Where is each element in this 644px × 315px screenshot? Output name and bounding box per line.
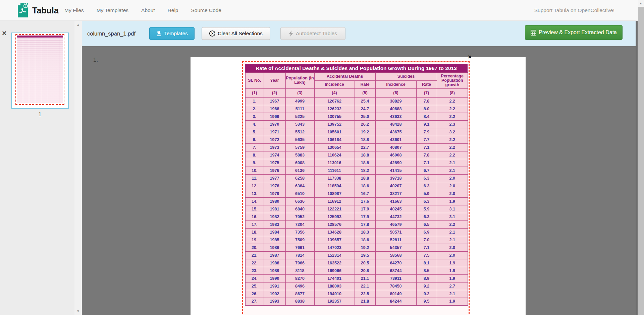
table-cell: 6.7: [416, 167, 437, 174]
templates-button[interactable]: Templates: [149, 27, 195, 40]
document-filename: column_span_1.pdf: [87, 21, 136, 46]
table-cell: 22.7: [355, 143, 375, 151]
table-cell: 1988: [264, 259, 285, 267]
table-cell: 25.0: [355, 113, 375, 120]
table-row: 20.1986766114702319.2543577.12.0: [245, 244, 468, 251]
remove-page-icon[interactable]: ×: [2, 29, 6, 37]
table-cell: 122221: [314, 205, 355, 213]
sidebar-thumbnails: ▲ ▼ × 1: [0, 21, 82, 315]
table-cell: 5635: [285, 136, 314, 143]
table-row: 8.1974588311062418.8460087.82.2: [245, 151, 468, 159]
scroll-up-icon[interactable]: ▲: [74, 23, 82, 26]
scrollbar-thumb[interactable]: [638, 7, 644, 315]
table-cell: 5343: [285, 120, 314, 128]
preview-export-button[interactable]: Preview & Export Extracted Data: [525, 25, 623, 40]
thumbnail-table-title-bar: [17, 36, 63, 38]
navbar: Tabula My Files My Templates About Help …: [0, 0, 644, 21]
page-scrollbar[interactable]: ▲: [638, 0, 644, 315]
table-cell: 19.2: [355, 128, 375, 136]
scroll-up-icon[interactable]: ▲: [638, 1, 644, 5]
nav-item-about[interactable]: About: [141, 7, 155, 13]
table-cell: 68744: [375, 267, 416, 274]
table-cell: 7.9: [416, 128, 437, 136]
support-link[interactable]: Support Tabula on OpenCollective!: [534, 0, 614, 21]
table-cell: 8.4: [416, 113, 437, 120]
table-cell: 7356: [285, 228, 314, 236]
brand[interactable]: Tabula: [15, 3, 59, 18]
table-cell: 118594: [314, 182, 355, 190]
table-cell: 8838: [285, 298, 314, 305]
pdf-page[interactable]: × Rate of Accidental Deaths & Suicides a…: [191, 57, 526, 315]
table-cell: 6.: [245, 136, 264, 143]
table-cell: 1976: [264, 167, 285, 174]
table-cell: 2.2: [437, 97, 468, 105]
table-row: 13.1979651010898716.7382175.92.0: [245, 190, 468, 197]
table-cell: 1981: [264, 205, 285, 213]
nav-links: My Files My Templates About Help Source …: [64, 0, 221, 21]
clear-all-selections-button[interactable]: × Clear All Selections: [202, 27, 270, 40]
table-cell: 188003: [314, 282, 355, 290]
table-cell: 7509: [285, 236, 314, 244]
table-cell: 6.3: [416, 197, 437, 205]
table-cell: 128576: [314, 220, 355, 228]
table-cell: 27.: [245, 298, 264, 305]
col-header-ad-incidence: Incidence: [314, 80, 355, 88]
table-cell: 169066: [314, 267, 355, 274]
table-cell: 1971: [264, 128, 285, 136]
table-cell: 18.6: [355, 182, 375, 190]
doc-table-body: 1.1967499912676225.4388297.82.22.1968511…: [245, 97, 468, 305]
table-cell: 1.9: [437, 298, 468, 305]
page-thumbnail[interactable]: [11, 33, 69, 109]
nav-item-source-code[interactable]: Source Code: [191, 7, 221, 13]
nav-item-my-templates[interactable]: My Templates: [97, 7, 128, 13]
table-row: 26.1992867719491022.5801499.22.1: [245, 290, 468, 298]
table-cell: 80149: [375, 290, 416, 298]
table-cell: 17.8: [355, 220, 375, 228]
table-cell: 19.5: [355, 251, 375, 259]
table-cell: 73911: [375, 274, 416, 282]
table-cell: 21.1: [355, 274, 375, 282]
table-cell: 5225: [285, 113, 314, 120]
nav-item-help[interactable]: Help: [168, 7, 178, 13]
col-header-su-incidence: Incidence: [375, 80, 416, 88]
table-cell: 2.2: [437, 220, 468, 228]
table-cell: 1978: [264, 182, 285, 190]
table-cell: 1983: [264, 220, 285, 228]
table-cell: 3.: [245, 113, 264, 120]
table-cell: 46008: [375, 151, 416, 159]
col-number: (1): [245, 88, 264, 97]
table-cell: 116912: [314, 197, 355, 205]
table-cell: 163522: [314, 259, 355, 267]
autodetect-tables-button[interactable]: Autodetect Tables: [280, 27, 345, 40]
table-cell: 7.7: [416, 136, 437, 143]
col-number: (3): [285, 88, 314, 97]
clear-selections-icon: ×: [209, 30, 215, 37]
table-cell: 113016: [314, 159, 355, 167]
table-cell: 6.3: [416, 174, 437, 182]
table-row: 23.1989811816906620.8687448.51.9: [245, 267, 468, 274]
table-cell: 18.3: [355, 228, 375, 236]
templates-button-label: Templates: [164, 30, 188, 37]
table-row: 7.1973575913065422.7408077.12.2: [245, 143, 468, 151]
table-cell: 10.: [245, 167, 264, 174]
table-cell: 7661: [285, 244, 314, 251]
col-header-population: Population (in Lakh): [285, 72, 314, 88]
table-cell: 40245: [375, 205, 416, 213]
table-cell: 2.3: [437, 120, 468, 128]
table-cell: 18.8: [355, 151, 375, 159]
table-row: 6.1972563510618418.8436017.72.2: [245, 136, 468, 143]
nav-item-my-files[interactable]: My Files: [64, 7, 84, 13]
table-cell: 2.1: [437, 159, 468, 167]
col-number: (5): [355, 88, 375, 97]
table-cell: 1973: [264, 143, 285, 151]
table-cell: 40207: [375, 182, 416, 190]
scroll-down-icon[interactable]: ▼: [74, 309, 82, 313]
selection-close-icon[interactable]: ×: [468, 54, 472, 60]
table-cell: 110624: [314, 151, 355, 159]
sidebar-scrollbar[interactable]: ▲ ▼: [74, 21, 82, 315]
pdf-viewer-area: 1. × Rate of Accidental Deaths & Suicide…: [82, 46, 636, 315]
table-cell: 23.: [245, 267, 264, 274]
table-cell: 18.8: [355, 174, 375, 182]
table-cell: 2.2: [437, 143, 468, 151]
table-cell: 54357: [375, 244, 416, 251]
